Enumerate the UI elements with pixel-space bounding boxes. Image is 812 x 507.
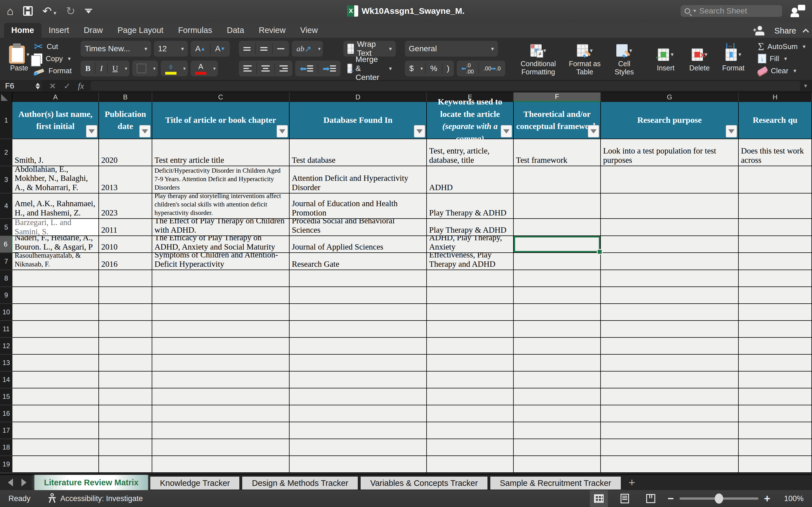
sheet-tab-design-methods-tracker[interactable]: Design & Methods Tracker bbox=[242, 476, 358, 490]
cell-E7[interactable]: Effectiveness, Play Therapy and ADHD bbox=[427, 253, 514, 270]
cell-G6[interactable] bbox=[601, 236, 739, 253]
cell-H12[interactable] bbox=[739, 338, 812, 355]
page-break-view-button[interactable] bbox=[642, 490, 660, 507]
grow-font-button[interactable]: A▲ bbox=[191, 41, 210, 57]
cell-F11[interactable] bbox=[514, 321, 601, 338]
row-header-14[interactable]: 14 bbox=[0, 372, 12, 388]
filter-dropdown-F[interactable] bbox=[588, 125, 599, 137]
cell-C7[interactable]: The Effectiveness of Play Therapy on Sym… bbox=[152, 253, 290, 270]
cell-D5[interactable]: Procedia Social and Behavioral Sciences bbox=[290, 219, 427, 236]
increase-indent-button[interactable]: ➡ bbox=[318, 61, 341, 76]
sheet-tab-variables-concepts-tracker[interactable]: Variables & Concepts Tracker bbox=[360, 476, 488, 490]
cell-G13[interactable] bbox=[601, 355, 739, 372]
cell-F8[interactable] bbox=[514, 270, 601, 287]
customize-toolbar-icon[interactable] bbox=[85, 9, 92, 13]
cell-E6[interactable]: ADHD, Play Therapy, Anxiety bbox=[427, 236, 514, 253]
cell-D19[interactable] bbox=[290, 456, 427, 473]
cell-H6[interactable] bbox=[739, 236, 812, 253]
zoom-out-button[interactable]: − bbox=[668, 493, 674, 505]
row-header-8[interactable]: 8 bbox=[0, 270, 12, 287]
cell-C9[interactable] bbox=[152, 287, 290, 304]
cell-A5[interactable]: Barzegari, L. and Samini, S. bbox=[12, 219, 99, 236]
cell-F5[interactable] bbox=[514, 219, 601, 236]
align-top-button[interactable] bbox=[239, 41, 255, 57]
share-button[interactable]: Share bbox=[774, 26, 796, 36]
cell-G4[interactable] bbox=[601, 193, 739, 219]
cut-button[interactable]: ✂ Cut bbox=[34, 41, 71, 52]
cell-A6[interactable]: Naderi, F., Heidarie, A., Bouron. L., & … bbox=[12, 236, 99, 253]
cell-B10[interactable] bbox=[99, 304, 152, 321]
row-header-18[interactable]: 18 bbox=[0, 439, 12, 456]
shrink-font-button[interactable]: A▼ bbox=[211, 41, 230, 57]
cell-G18[interactable] bbox=[601, 439, 739, 456]
row-header-12[interactable]: 12 bbox=[0, 338, 12, 355]
row-header-1[interactable]: 1 bbox=[0, 102, 12, 139]
cell-G11[interactable] bbox=[601, 321, 739, 338]
cell-A8[interactable] bbox=[12, 270, 99, 287]
row-header-16[interactable]: 16 bbox=[0, 405, 12, 422]
cell-G10[interactable] bbox=[601, 304, 739, 321]
cell-H13[interactable] bbox=[739, 355, 812, 372]
clear-button[interactable]: Clear▾ bbox=[758, 65, 806, 76]
cell-C12[interactable] bbox=[152, 338, 290, 355]
cell-E18[interactable] bbox=[427, 439, 514, 456]
row-header-5[interactable]: 5 bbox=[0, 219, 12, 236]
next-sheet-icon[interactable] bbox=[21, 478, 27, 487]
format-cells-button[interactable]: |↔|▾ Format bbox=[718, 44, 749, 73]
wrap-text-button[interactable]: Wrap Text▾ bbox=[343, 41, 396, 57]
cell-F3[interactable] bbox=[514, 166, 601, 193]
cell-E13[interactable] bbox=[427, 355, 514, 372]
accessibility-status[interactable]: Accessibility: Investigate bbox=[47, 493, 143, 504]
normal-view-button[interactable] bbox=[590, 490, 608, 507]
cell-F9[interactable] bbox=[514, 287, 601, 304]
cell-C10[interactable] bbox=[152, 304, 290, 321]
header-cell-G1[interactable]: Research purpose bbox=[601, 102, 739, 139]
align-bottom-button[interactable] bbox=[273, 41, 289, 57]
fill-button[interactable]: ↓ Fill▾ bbox=[758, 53, 806, 64]
cell-F4[interactable] bbox=[514, 193, 601, 219]
cell-C15[interactable] bbox=[152, 388, 290, 405]
formula-bar-expand-icon[interactable]: ▼ bbox=[803, 83, 812, 89]
cell-F2[interactable]: Test framework bbox=[514, 139, 601, 166]
autosum-button[interactable]: Σ AutoSum▾ bbox=[758, 41, 806, 52]
header-cell-H1[interactable]: Research qu bbox=[739, 102, 812, 139]
merge-center-button[interactable]: ↔ Merge & Center▾ bbox=[343, 61, 396, 76]
column-header-H[interactable]: H bbox=[739, 93, 812, 102]
cell-A9[interactable] bbox=[12, 287, 99, 304]
cell-A10[interactable] bbox=[12, 304, 99, 321]
paste-button[interactable]: ▾ Paste bbox=[7, 44, 31, 73]
cell-F13[interactable] bbox=[514, 355, 601, 372]
cell-D3[interactable]: Attention Deficit and Hyperactivity Diso… bbox=[290, 166, 427, 193]
tab-formulas[interactable]: Formulas bbox=[171, 23, 220, 38]
cell-E16[interactable] bbox=[427, 405, 514, 422]
cell-D12[interactable] bbox=[290, 338, 427, 355]
row-header-9[interactable]: 9 bbox=[0, 287, 12, 304]
contact-icon[interactable] bbox=[791, 5, 805, 17]
sheet-tab-sample-recruitment-tracker[interactable]: Sample & Recruitment Tracker bbox=[490, 476, 621, 490]
cell-F19[interactable] bbox=[514, 456, 601, 473]
copy-button[interactable]: Copy▾ bbox=[34, 53, 71, 64]
cell-A16[interactable] bbox=[12, 405, 99, 422]
cell-A18[interactable] bbox=[12, 439, 99, 456]
row-header-4[interactable]: 4 bbox=[0, 193, 12, 219]
cancel-icon[interactable]: ✕ bbox=[49, 81, 56, 91]
number-format-select[interactable]: General▾ bbox=[405, 41, 498, 57]
align-right-button[interactable] bbox=[275, 61, 292, 76]
cell-F16[interactable] bbox=[514, 405, 601, 422]
cell-E2[interactable]: Test, entry, article, database, title bbox=[427, 139, 514, 166]
currency-dropdown[interactable]: ▾ bbox=[418, 61, 425, 76]
sheet-tab-knowledge-tracker[interactable]: Knowledge Tracker bbox=[150, 476, 240, 490]
tab-review[interactable]: Review bbox=[252, 23, 293, 38]
search-input[interactable]: Search Sheet bbox=[680, 5, 782, 17]
cell-B4[interactable]: 2023 bbox=[99, 193, 152, 219]
cell-D13[interactable] bbox=[290, 355, 427, 372]
cell-H5[interactable] bbox=[739, 219, 812, 236]
row-header-17[interactable]: 17 bbox=[0, 422, 12, 439]
cell-E5[interactable]: Play Therapy & ADHD bbox=[427, 219, 514, 236]
cell-H14[interactable] bbox=[739, 372, 812, 388]
header-cell-E1[interactable]: Keywords used to locate the article(sepa… bbox=[427, 102, 514, 139]
cell-H8[interactable] bbox=[739, 270, 812, 287]
redo-icon[interactable]: ↻ bbox=[66, 4, 75, 17]
row-header-6[interactable]: 6 bbox=[0, 236, 12, 253]
header-cell-C1[interactable]: Title of article or book chapter bbox=[152, 102, 290, 139]
